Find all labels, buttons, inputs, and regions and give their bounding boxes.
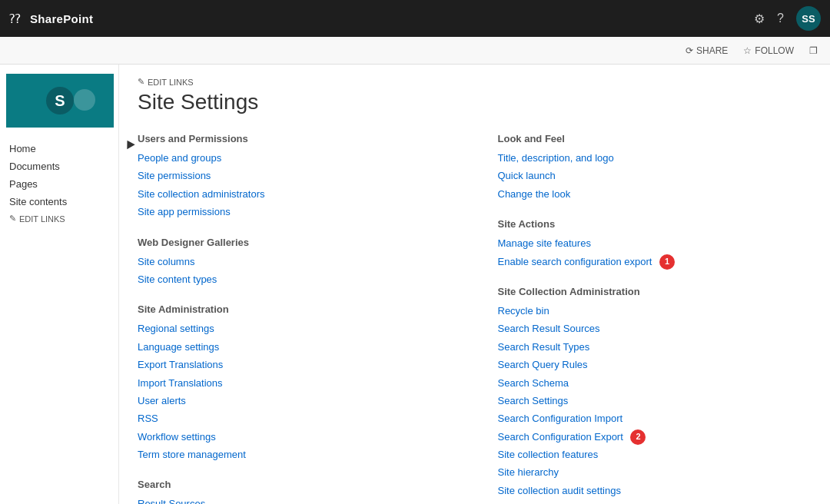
- section-title-users: Users and Permissions: [138, 133, 452, 144]
- site-logo: S: [6, 74, 114, 128]
- link-search-result-sources[interactable]: Search Result Sources: [498, 320, 812, 337]
- annotation-2: 2: [630, 429, 646, 445]
- section-web-designer: Web Designer Galleries Site columns Site…: [138, 237, 452, 289]
- link-recycle-bin[interactable]: Recycle bin: [498, 302, 812, 320]
- link-site-hierarchy[interactable]: Site hierarchy: [498, 463, 812, 481]
- top-bar-right: ⚙ ? SS: [754, 6, 821, 31]
- app-title: SharePoint: [30, 12, 93, 25]
- focus-icon: ❐: [809, 45, 818, 56]
- waffle-icon[interactable]: ⁇: [9, 12, 21, 26]
- section-site-collection-admin: Site Collection Administration Recycle b…: [498, 286, 812, 504]
- left-sidebar: S Home Documents Pages Site contents ✎ E…: [0, 65, 119, 504]
- right-column: Look and Feel Title, description, and lo…: [498, 133, 812, 504]
- section-site-administration: Site Administration Regional settings La…: [138, 303, 452, 463]
- link-regional-settings[interactable]: Regional settings: [138, 320, 452, 337]
- left-column: Users and Permissions People and groups …: [138, 133, 452, 504]
- edit-links-top[interactable]: ✎ EDIT LINKS: [138, 77, 812, 87]
- link-site-permissions[interactable]: Site permissions: [138, 167, 452, 184]
- link-enable-search-export[interactable]: Enable search configuration export 1: [498, 253, 812, 270]
- pencil-icon: ✎: [9, 214, 16, 224]
- section-title-search: Search: [138, 479, 452, 490]
- link-site-collection-admins[interactable]: Site collection administrators: [138, 185, 452, 203]
- section-search: Search Result Sources Result Types Query…: [138, 479, 452, 504]
- main-layout: S Home Documents Pages Site contents ✎ E…: [0, 65, 830, 504]
- pencil-icon-top: ✎: [138, 77, 144, 87]
- section-users-permissions: Users and Permissions People and groups …: [138, 133, 452, 221]
- share-button[interactable]: ⟳ SHARE: [686, 45, 728, 56]
- share-follow-bar: ⟳ SHARE ☆ FOLLOW ❐: [0, 37, 830, 65]
- share-icon: ⟳: [686, 45, 693, 56]
- sidebar-edit-links[interactable]: ✎ EDIT LINKS: [0, 211, 118, 227]
- section-title-look-feel: Look and Feel: [498, 133, 812, 144]
- link-search-settings-collection[interactable]: Search Settings: [498, 392, 812, 410]
- star-icon: ☆: [743, 45, 752, 56]
- link-language-settings[interactable]: Language settings: [138, 338, 452, 356]
- link-site-app-permissions[interactable]: Site app permissions: [138, 203, 452, 220]
- sidebar-item-documents[interactable]: Documents: [0, 158, 118, 175]
- section-title-site-admin: Site Administration: [138, 303, 452, 315]
- link-search-query-rules[interactable]: Search Query Rules: [498, 356, 812, 373]
- section-title-collection-admin: Site Collection Administration: [498, 286, 812, 297]
- link-site-content-types[interactable]: Site content types: [138, 270, 452, 288]
- section-title-web-designer: Web Designer Galleries: [138, 237, 452, 248]
- link-quick-launch[interactable]: Quick launch: [498, 167, 812, 184]
- site-logo-letter: S: [46, 87, 74, 114]
- settings-icon[interactable]: ⚙: [754, 12, 765, 26]
- page-title: Site Settings: [138, 90, 812, 114]
- annotation-1: 1: [659, 254, 675, 270]
- link-manage-features[interactable]: Manage site features: [498, 234, 812, 252]
- main-content: ✎ EDIT LINKS Site Settings Users and Per…: [119, 65, 830, 504]
- section-title-site-actions: Site Actions: [498, 218, 812, 230]
- link-result-sources[interactable]: Result Sources: [138, 495, 452, 504]
- link-search-config-export[interactable]: Search Configuration Export 2: [498, 428, 812, 446]
- site-logo-decoration: [74, 89, 95, 111]
- section-site-actions: Site Actions Manage site features Enable…: [498, 218, 812, 270]
- link-people-groups[interactable]: People and groups: [138, 149, 452, 167]
- link-site-collection-features[interactable]: Site collection features: [498, 446, 812, 463]
- link-import-translations[interactable]: Import Translations: [138, 374, 452, 392]
- link-user-alerts[interactable]: User alerts: [138, 392, 452, 410]
- section-look-feel: Look and Feel Title, description, and lo…: [498, 133, 812, 203]
- link-term-store[interactable]: Term store management: [138, 446, 452, 463]
- link-title-description-logo[interactable]: Title, description, and logo: [498, 149, 812, 167]
- help-icon[interactable]: ?: [777, 12, 784, 25]
- link-search-config-import[interactable]: Search Configuration Import: [498, 410, 812, 427]
- top-navigation-bar: ⁇ SharePoint ⚙ ? SS: [0, 0, 830, 37]
- link-search-result-types[interactable]: Search Result Types: [498, 338, 812, 356]
- focus-button[interactable]: ❐: [809, 45, 818, 56]
- top-bar-left: ⁇ SharePoint: [9, 12, 93, 26]
- sidebar-item-home[interactable]: Home: [0, 140, 118, 158]
- cursor-pointer: [123, 138, 134, 150]
- link-portal-site[interactable]: Portal site connection: [498, 499, 812, 504]
- follow-button[interactable]: ☆ FOLLOW: [743, 45, 794, 56]
- sections-grid: Users and Permissions People and groups …: [138, 133, 812, 504]
- link-search-schema[interactable]: Search Schema: [498, 374, 812, 392]
- link-export-translations[interactable]: Export Translations: [138, 356, 452, 373]
- link-change-look[interactable]: Change the look: [498, 185, 812, 203]
- link-workflow-settings[interactable]: Workflow settings: [138, 428, 452, 446]
- sidebar-item-pages[interactable]: Pages: [0, 175, 118, 193]
- sidebar-item-site-contents[interactable]: Site contents: [0, 193, 118, 211]
- link-site-columns[interactable]: Site columns: [138, 253, 452, 270]
- page-wrapper: ⁇ SharePoint ⚙ ? SS ⟳ SHARE ☆ FOLLOW ❐ S: [0, 0, 830, 504]
- link-audit-settings[interactable]: Site collection audit settings: [498, 482, 812, 499]
- link-rss[interactable]: RSS: [138, 410, 452, 427]
- user-avatar[interactable]: SS: [796, 6, 821, 31]
